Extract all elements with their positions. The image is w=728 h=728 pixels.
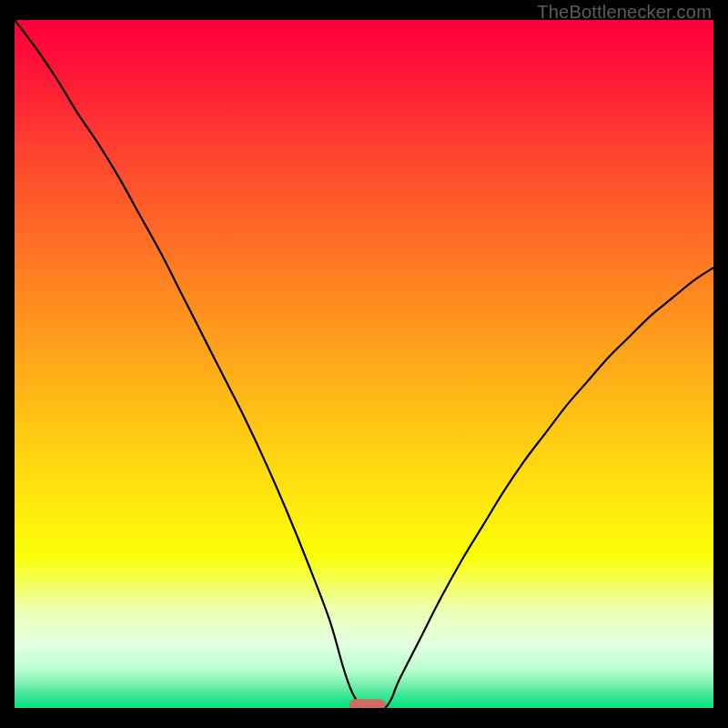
chart-svg — [15, 20, 713, 708]
optimal-marker — [349, 699, 386, 708]
gradient-background — [15, 20, 713, 708]
chart-plot-area — [15, 20, 713, 708]
chart-frame: TheBottlenecker.com — [0, 0, 728, 728]
